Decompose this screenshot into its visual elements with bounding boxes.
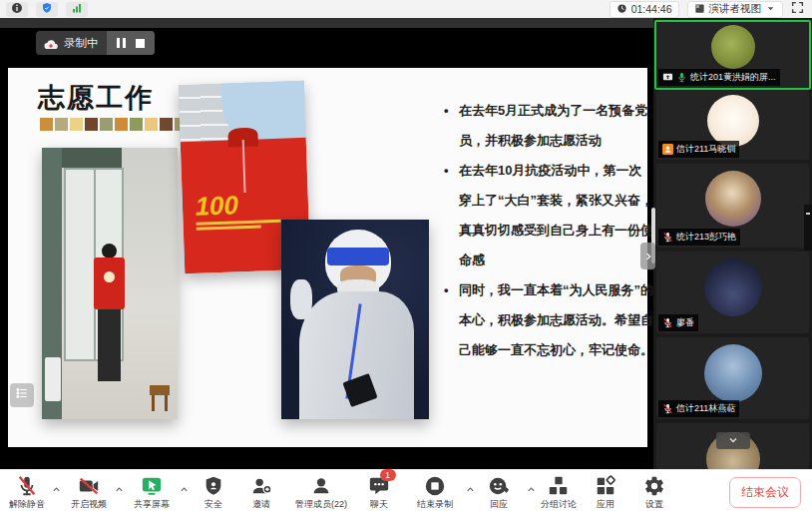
participant-name: 统计213彭巧艳 bbox=[676, 231, 736, 244]
participant-name: 信计211林燕萜 bbox=[676, 402, 735, 415]
meeting-toolbar: 解除静音 开启视频 共享屏幕 安全 邀请 管理成员(22) bbox=[0, 469, 812, 515]
top-bar: 01:44:46 演讲者视图 bbox=[0, 0, 812, 18]
participant-name: 信计211马晓钏 bbox=[676, 143, 735, 156]
settings-gear-icon bbox=[643, 474, 666, 497]
presentation-slide: 志愿工作 bbox=[8, 68, 647, 447]
reactions-icon bbox=[488, 474, 511, 497]
pause-recording-button[interactable] bbox=[117, 38, 126, 48]
layout-icon bbox=[694, 3, 705, 16]
participant-nametag: 统计201黄洪娟的屏... bbox=[658, 69, 780, 86]
swatch bbox=[85, 118, 98, 131]
toolbar-label: 邀请 bbox=[252, 498, 270, 511]
meeting-timer: 01:44:46 bbox=[609, 1, 679, 18]
swatch bbox=[115, 118, 128, 131]
slide-bullet: 同时，我一直本着“为人民服务”的本心，积极参加志愿活动。希望自己能够一直不忘初心… bbox=[443, 275, 654, 365]
slide-bullet: 在去年5月正式成为了一名预备党员，并积极参加志愿活动 bbox=[443, 96, 654, 156]
screen-share-icon bbox=[662, 72, 673, 83]
network-quality-button[interactable] bbox=[66, 2, 88, 17]
fullscreen-button[interactable] bbox=[791, 0, 804, 18]
settings-button[interactable]: 设置 bbox=[610, 474, 698, 511]
avatar bbox=[705, 171, 761, 227]
view-mode-label: 演讲者视图 bbox=[709, 2, 762, 16]
video-off-icon bbox=[78, 474, 101, 497]
mic-muted-icon bbox=[16, 474, 39, 497]
mic-muted-icon bbox=[662, 232, 673, 243]
slide-navigation-button[interactable] bbox=[10, 383, 34, 407]
swatch bbox=[70, 118, 83, 131]
participant-tile-active[interactable]: 统计201黄洪娟的屏... bbox=[654, 20, 811, 90]
participant-tile[interactable]: 信计211马晓钏 bbox=[656, 90, 809, 160]
swatch bbox=[145, 118, 158, 131]
toolbar-label: 结束录制 bbox=[417, 498, 453, 511]
participant-name: 廖番 bbox=[676, 316, 694, 329]
mic-muted-icon bbox=[662, 317, 673, 328]
mic-muted-icon bbox=[662, 403, 673, 414]
slide-bullet-list: 在去年5月正式成为了一名预备党员，并积极参加志愿活动 在去年10月抗疫活动中，第… bbox=[443, 96, 654, 365]
edge-popup-fragment bbox=[804, 205, 812, 251]
caret-down-icon bbox=[765, 3, 776, 16]
swatch bbox=[100, 118, 113, 131]
participant-tile[interactable]: 统计213彭巧艳 bbox=[656, 164, 809, 248]
end-meeting-button[interactable]: 结束会议 bbox=[729, 477, 801, 508]
recording-indicator: 录制中 bbox=[36, 31, 155, 55]
toolbar-label: 共享屏幕 bbox=[134, 498, 170, 511]
meeting-window: 01:44:46 演讲者视图 录制中 志愿工作 bbox=[0, 0, 812, 515]
stop-recording-button[interactable] bbox=[136, 39, 145, 48]
participant-nametag: 统计213彭巧艳 bbox=[658, 229, 740, 246]
chat-icon: 1 bbox=[368, 474, 391, 497]
toolbar-label: 开启视频 bbox=[71, 498, 107, 511]
participants-icon bbox=[310, 474, 333, 497]
scroll-down-button[interactable] bbox=[716, 432, 750, 449]
info-icon bbox=[11, 0, 23, 18]
share-top-strip bbox=[0, 18, 653, 28]
shared-screen-area: 录制中 志愿工作 bbox=[0, 18, 653, 469]
avatar bbox=[704, 258, 762, 316]
avatar bbox=[707, 95, 759, 147]
toolbar-label: 聊天 bbox=[370, 498, 388, 511]
participant-nametag: 信计211林燕萜 bbox=[658, 400, 739, 417]
chevron-right-icon bbox=[643, 248, 653, 265]
encryption-button[interactable] bbox=[36, 2, 58, 17]
network-signal-icon bbox=[71, 0, 83, 18]
swatch bbox=[130, 118, 143, 131]
share-screen-icon bbox=[141, 474, 164, 497]
cloud-recording-icon bbox=[43, 37, 59, 50]
participant-tile[interactable]: 信计211林燕萜 bbox=[656, 337, 809, 419]
toolbar-label: 解除静音 bbox=[9, 498, 45, 511]
recording-controls bbox=[107, 31, 155, 55]
clock-icon bbox=[616, 3, 627, 16]
chevron-down-icon bbox=[727, 432, 739, 450]
participant-name: 统计201黄洪娟的屏... bbox=[690, 71, 776, 84]
stop-record-icon bbox=[424, 474, 447, 497]
orange-person-badge-icon bbox=[662, 144, 673, 155]
participant-tile[interactable]: 廖番 bbox=[656, 252, 809, 333]
participant-nametag: 廖番 bbox=[658, 314, 698, 331]
mic-on-icon bbox=[676, 72, 687, 83]
toolbar-label: 回应 bbox=[490, 498, 508, 511]
recording-status-label: 录制中 bbox=[64, 36, 99, 51]
participants-panel: 统计201黄洪娟的屏... 信计211马晓钏 统计213彭巧艳 廖番 bbox=[653, 18, 812, 469]
security-shield-icon bbox=[41, 0, 53, 18]
collapse-panel-button[interactable] bbox=[640, 243, 655, 269]
timer-text: 01:44:46 bbox=[631, 3, 672, 15]
photo-hazmat-suit bbox=[281, 220, 429, 419]
avatar bbox=[711, 25, 755, 69]
swatch bbox=[55, 118, 68, 131]
participant-tile-partial[interactable] bbox=[656, 423, 809, 469]
info-button[interactable] bbox=[6, 2, 28, 17]
invite-icon bbox=[250, 474, 273, 497]
jacket-logo: 100 bbox=[195, 191, 288, 218]
view-mode-button[interactable]: 演讲者视图 bbox=[687, 1, 784, 18]
swatch bbox=[160, 118, 173, 131]
swatch bbox=[40, 118, 53, 131]
slide-title: 志愿工作 bbox=[38, 80, 154, 116]
photo-volunteer-room bbox=[42, 148, 178, 419]
participant-nametag: 信计211马晓钏 bbox=[658, 141, 739, 158]
slide-bullet: 在去年10月抗疫活动中，第一次穿上了“大白”套装，紧张又兴奋，真真切切感受到自己… bbox=[443, 156, 654, 275]
title-color-swatches bbox=[40, 118, 188, 131]
list-icon bbox=[15, 386, 29, 404]
toolbar-label: 设置 bbox=[645, 498, 663, 511]
avatar bbox=[704, 344, 762, 402]
fullscreen-icon bbox=[791, 0, 804, 17]
